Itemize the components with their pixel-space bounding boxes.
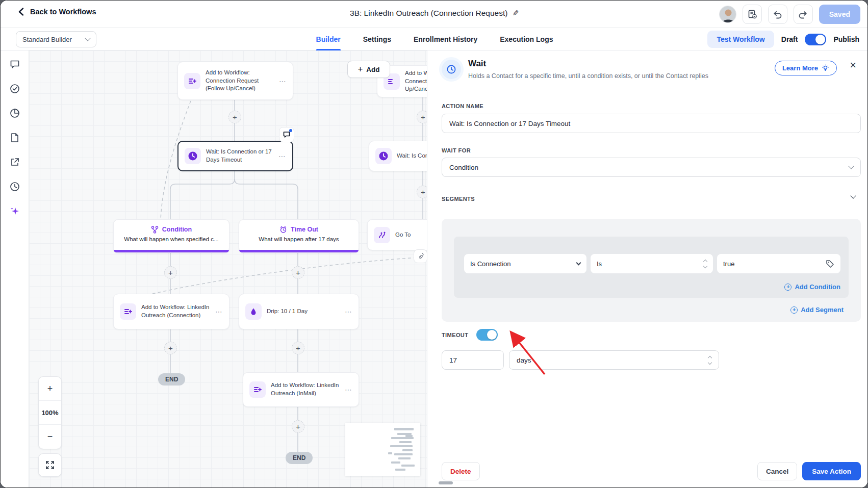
- list-plus-icon: [120, 303, 136, 320]
- wait-for-label: WAIT FOR: [442, 147, 471, 153]
- list-plus-icon: [184, 73, 200, 89]
- segment-operator-select[interactable]: Is: [591, 254, 713, 273]
- plus-circle-icon: +: [784, 284, 792, 291]
- end-badge: END: [158, 373, 185, 386]
- minimap-node: [388, 452, 392, 454]
- minimap-node: [394, 453, 413, 455]
- add-segment-link[interactable]: + Add Segment: [790, 306, 844, 314]
- list-plus-icon: [249, 381, 266, 398]
- ai-sparkles-icon[interactable]: [9, 206, 20, 217]
- add-step-button[interactable]: +: [228, 111, 241, 123]
- add-step-button[interactable]: +: [417, 186, 427, 198]
- fit-view-button[interactable]: [38, 453, 62, 477]
- timeout-toggle[interactable]: [476, 329, 498, 341]
- minimap[interactable]: [345, 423, 420, 476]
- zoom-in-button[interactable]: +: [39, 377, 61, 401]
- zoom-controls: + 100% −: [38, 376, 62, 449]
- document-icon[interactable]: [9, 132, 20, 143]
- action-name-label: ACTION NAME: [442, 103, 483, 109]
- chevron-down-icon: [848, 163, 854, 169]
- redo-button[interactable]: [794, 5, 813, 24]
- alarm-clock-icon: [279, 226, 287, 234]
- magnet-badge[interactable]: [414, 249, 427, 263]
- external-link-icon[interactable]: [9, 157, 20, 168]
- minimap-node: [398, 457, 411, 459]
- minimap-node: [399, 441, 412, 443]
- expand-icon: [45, 460, 55, 470]
- node-menu-icon[interactable]: ⋯: [278, 152, 286, 160]
- test-workflow-button[interactable]: Test Workflow: [707, 31, 774, 48]
- check-circle-icon[interactable]: [9, 83, 20, 94]
- node-add-to-workflow-connection[interactable]: Add to Workflow: LinkedIn Outreach (Conn…: [113, 294, 229, 329]
- node-menu-icon[interactable]: ⋯: [215, 307, 223, 316]
- horizontal-scrollbar[interactable]: [439, 481, 453, 484]
- plus-circle-icon: +: [790, 306, 798, 314]
- add-step-button[interactable]: +: [164, 342, 177, 354]
- learn-more-button[interactable]: Learn More: [775, 61, 837, 75]
- add-action-button[interactable]: + Add: [347, 61, 390, 78]
- close-panel-icon[interactable]: ×: [850, 60, 856, 71]
- edit-title-icon[interactable]: ✎: [513, 9, 519, 18]
- add-step-button[interactable]: +: [292, 266, 304, 279]
- add-step-button[interactable]: +: [292, 342, 304, 354]
- add-condition-link[interactable]: + Add Condition: [784, 283, 840, 291]
- node-time-out[interactable]: Time Out What will happen after 17 days: [239, 219, 359, 253]
- segments-label: SEGMENTS: [442, 196, 475, 202]
- add-step-button[interactable]: +: [292, 420, 304, 433]
- tab-builder[interactable]: Builder: [316, 28, 341, 50]
- pie-chart-icon[interactable]: [9, 108, 20, 119]
- undo-button[interactable]: [768, 5, 787, 24]
- draft-publish-toggle[interactable]: [805, 34, 826, 45]
- comment-badge[interactable]: [279, 127, 294, 142]
- add-step-button[interactable]: +: [164, 266, 177, 279]
- publish-label: Publish: [833, 35, 859, 43]
- wait-for-select[interactable]: Condition: [442, 158, 861, 177]
- tab-settings[interactable]: Settings: [363, 28, 391, 50]
- plus-icon: +: [358, 64, 363, 74]
- node-wait-selected[interactable]: Wait: Is Connection or 17 Days Timeout ⋯: [177, 141, 293, 171]
- node-add-to-workflow-inmail[interactable]: Add to Workflow: LinkedIn Outreach (InMa…: [243, 372, 359, 407]
- save-action-button[interactable]: Save Action: [802, 462, 861, 480]
- node-wait-right[interactable]: Wait: Is Conn: [369, 141, 427, 171]
- node-go-to[interactable]: Go To: [367, 219, 427, 250]
- workflow-canvas[interactable]: Add to Workflow: Connection Request (Fol…: [29, 50, 427, 487]
- action-name-input[interactable]: [442, 114, 861, 133]
- segment-value-input[interactable]: true: [717, 254, 840, 273]
- cancel-button[interactable]: Cancel: [757, 462, 797, 480]
- minimap-node: [404, 445, 413, 447]
- redo-icon: [798, 10, 808, 19]
- undo-icon: [773, 10, 782, 19]
- chat-icon[interactable]: [9, 59, 20, 70]
- node-condition[interactable]: Condition What will happen when specifie…: [113, 219, 229, 253]
- magnet-icon: [417, 252, 424, 260]
- node-menu-icon[interactable]: ⋯: [345, 307, 352, 316]
- tab-enrollment-history[interactable]: Enrollment History: [414, 28, 477, 50]
- node-add-to-workflow-follow-up[interactable]: Add to Workflow: Connection Request (Fol…: [177, 62, 293, 100]
- history-clock-icon[interactable]: [9, 181, 20, 192]
- tab-execution-logs[interactable]: Execution Logs: [500, 28, 553, 50]
- avatar[interactable]: [719, 6, 736, 23]
- left-icon-rail: [1, 50, 29, 487]
- tag-icon[interactable]: [826, 260, 834, 268]
- saved-button[interactable]: Saved: [819, 5, 860, 24]
- document-check-icon: [747, 9, 757, 19]
- droplet-icon: [245, 303, 262, 320]
- node-menu-icon[interactable]: ⋯: [279, 77, 287, 85]
- zoom-out-button[interactable]: −: [39, 425, 61, 449]
- segment-field-select[interactable]: Is Connection: [464, 254, 586, 273]
- segments-collapse-icon[interactable]: [850, 193, 856, 198]
- zoom-level: 100%: [39, 401, 61, 425]
- select-stepper-icon: [708, 356, 711, 364]
- action-detail-panel: Wait Holds a Contact for a specific time…: [427, 50, 867, 487]
- node-menu-icon[interactable]: ⋯: [345, 386, 352, 394]
- node-drip[interactable]: Drip: 10 / 1 Day ⋯: [239, 294, 359, 329]
- minimap-node: [391, 461, 400, 464]
- add-step-button[interactable]: +: [417, 111, 427, 123]
- workflow-notes-button[interactable]: [743, 5, 762, 24]
- timeout-value-input[interactable]: [442, 350, 504, 370]
- toolbar: Standard Builder Builder Settings Enroll…: [1, 28, 868, 50]
- minimap-node: [405, 435, 413, 437]
- delete-button[interactable]: Delete: [442, 462, 480, 480]
- timeout-unit-select[interactable]: days: [509, 350, 719, 370]
- wait-clock-icon: [375, 148, 392, 164]
